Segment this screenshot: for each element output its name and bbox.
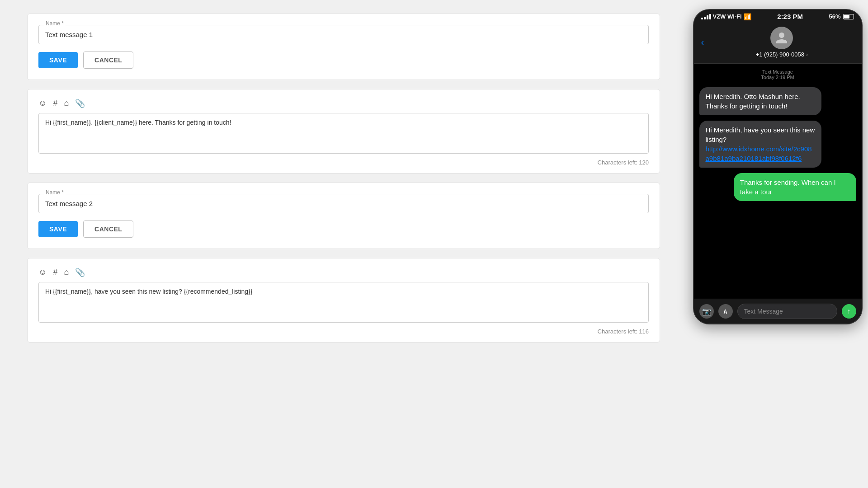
signal-bar-2 [704,17,706,19]
message-text-1: Hi Meredith. Otto Mashun here. Thanks fo… [706,93,800,110]
input-bar: 📷 A Text Message ↑ [694,299,862,324]
signal-bar-4 [709,14,711,19]
button-row-2: SAVE CANCEL [38,221,649,238]
button-row-1: SAVE CANCEL [38,52,649,69]
home-icon-1[interactable]: ⌂ [64,99,69,108]
name-label-1: Name * [44,20,66,27]
signal-bars [701,14,711,19]
timestamp-label: Text Message [699,69,856,75]
message-textarea-1[interactable]: Hi {{first_name}}. {{client_name}} here.… [38,113,649,154]
toolbar-2: ☺ # ⌂ 📎 [38,267,649,277]
toolbar-1: ☺ # ⌂ 📎 [38,99,649,108]
emoji-icon-1[interactable]: ☺ [38,99,47,108]
card-2: Name * SAVE CANCEL [27,183,660,249]
name-input-1[interactable] [38,25,649,44]
send-button[interactable]: ↑ [842,304,856,319]
camera-button[interactable]: 📷 [699,304,714,319]
left-panel: Name * SAVE CANCEL ☺ # ⌂ 📎 Hi {{first_na… [0,0,687,488]
carrier-label: VZW Wi-Fi [713,13,742,20]
editor-card-2: ☺ # ⌂ 📎 Hi {{first_name}}, have you seen… [27,258,660,343]
messages-area: Text Message Today 2:19 PM Hi Meredith. … [694,64,862,299]
message-timestamp: Text Message Today 2:19 PM [699,69,856,80]
attach-icon-2[interactable]: 📎 [75,267,85,277]
person-icon [775,31,788,45]
chars-left-1: Characters left: 120 [38,159,649,166]
contact-header: ‹ +1 (925) 900-0058 › [694,23,862,64]
hash-icon-1[interactable]: # [53,99,57,108]
emoji-icon-2[interactable]: ☺ [38,267,47,277]
signal-bar-1 [701,18,703,19]
text-input-placeholder[interactable]: Text Message [737,304,837,319]
status-right: 56% [829,13,854,20]
editor-card-1: ☺ # ⌂ 📎 Hi {{first_name}}. {{client_name… [27,89,660,174]
battery-icon [843,14,854,19]
name-label-2: Name * [44,189,66,196]
cancel-button-2[interactable]: CANCEL [83,221,133,238]
appstore-button[interactable]: A [718,304,733,319]
avatar [770,27,793,49]
message-bubble-received-1: Hi Meredith. Otto Mashun here. Thanks fo… [699,87,822,115]
chevron-right-icon: › [806,52,808,58]
right-panel: VZW Wi-Fi 📶 2:23 PM 56% ‹ [687,0,868,488]
status-bar: VZW Wi-Fi 📶 2:23 PM 56% [694,10,862,23]
hash-icon-2[interactable]: # [53,267,57,277]
battery-percent: 56% [829,13,840,20]
cancel-button-1[interactable]: CANCEL [83,52,133,69]
back-arrow[interactable]: ‹ [701,37,704,47]
time-label: 2:23 PM [777,13,803,20]
save-button-2[interactable]: SAVE [38,221,78,237]
name-field-wrapper-2: Name * [38,194,649,213]
message-textarea-2[interactable]: Hi {{first_name}}, have you seen this ne… [38,282,649,323]
attach-icon-1[interactable]: 📎 [75,99,85,108]
wifi-icon: 📶 [744,13,751,20]
chars-left-2: Characters left: 116 [38,328,649,335]
name-field-wrapper-1: Name * [38,25,649,44]
contact-phone: +1 (925) 900-0058 [756,51,804,58]
message-bubble-received-2: Hi Meredith, have you seen this new list… [699,121,822,168]
signal-bar-3 [707,15,708,19]
message-text-2-prefix: Hi Meredith, have you seen this new list… [706,126,815,143]
battery-fill [844,15,849,19]
card-1: Name * SAVE CANCEL [27,14,660,80]
message-text-3: Thanks for sending. When can I take a to… [740,178,836,196]
home-icon-2[interactable]: ⌂ [64,267,69,277]
name-input-2[interactable] [38,194,649,213]
phone-frame: VZW Wi-Fi 📶 2:23 PM 56% ‹ [693,9,863,324]
timestamp-time: Today 2:19 PM [699,75,856,80]
status-left: VZW Wi-Fi 📶 [701,13,751,20]
save-button-1[interactable]: SAVE [38,52,78,68]
message-bubble-sent-1: Thanks for sending. When can I take a to… [734,173,856,201]
message-link[interactable]: http://www.idxhome.com/site/2c908a9b81a9… [706,145,812,162]
contact-info: +1 (925) 900-0058 › [709,27,854,58]
